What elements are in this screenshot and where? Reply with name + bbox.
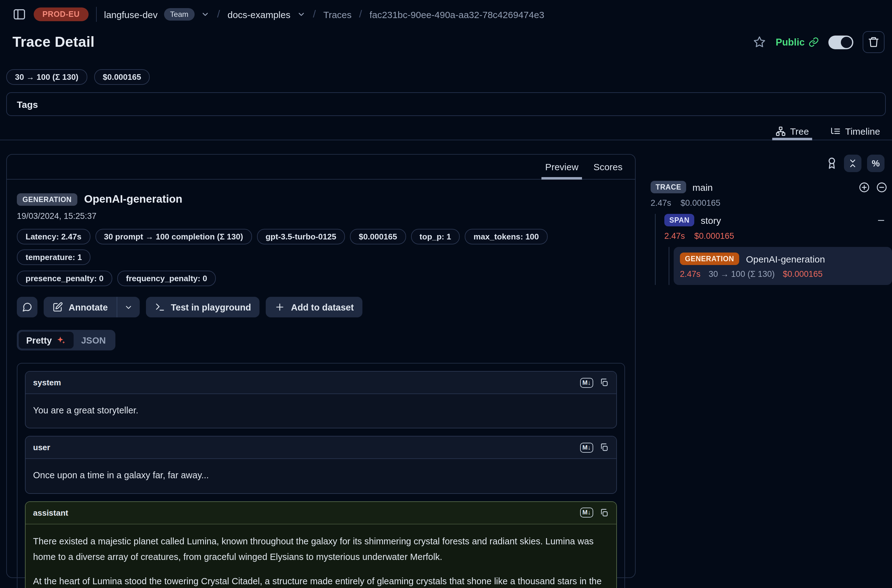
copy-icon[interactable] bbox=[599, 443, 609, 452]
minus-circle-icon[interactable] bbox=[876, 181, 887, 193]
assistant-paragraph: There existed a majestic planet called L… bbox=[33, 534, 609, 565]
presence-penalty-badge: presence_penalty: 0 bbox=[17, 271, 112, 286]
copy-icon[interactable] bbox=[599, 378, 609, 387]
observation-timestamp: 19/03/2024, 15:25:37 bbox=[17, 212, 625, 221]
breadcrumb-divider: / bbox=[312, 8, 317, 21]
message-role: system bbox=[33, 378, 61, 387]
view-tabs: Tree Timeline bbox=[0, 122, 892, 140]
message-tools: M↓ bbox=[580, 378, 609, 387]
chevron-down-icon bbox=[124, 303, 133, 312]
message-header: user M↓ bbox=[26, 437, 616, 459]
max-tokens-badge: max_tokens: 100 bbox=[465, 229, 548, 244]
page: PROD-EU langfuse-dev Team / docs-example… bbox=[0, 6, 892, 588]
tab-tree-label: Tree bbox=[790, 126, 809, 136]
generation-metrics: 2.47s 30 → 100 (Σ 130) $0.000165 bbox=[680, 269, 886, 279]
messages-container: system M↓ You are a great storyteller. bbox=[17, 363, 625, 588]
observation-header: GENERATION OpenAI-generation bbox=[17, 193, 625, 206]
sidebar-toggle-button[interactable] bbox=[12, 8, 26, 21]
star-icon bbox=[753, 36, 766, 49]
breadcrumb-divider: / bbox=[358, 8, 363, 21]
topbar: PROD-EU langfuse-dev Team / docs-example… bbox=[12, 6, 884, 22]
cost-badge: $0.000165 bbox=[350, 229, 406, 244]
pen-square-icon bbox=[53, 302, 63, 312]
breadcrumb-traces[interactable]: Traces bbox=[323, 9, 352, 20]
collapse-all-button[interactable] bbox=[844, 154, 862, 172]
trace-latency: 2.47s bbox=[650, 198, 671, 208]
copy-icon[interactable] bbox=[599, 508, 609, 518]
tags-box[interactable]: Tags bbox=[6, 92, 886, 116]
annotate-dropdown-button[interactable] bbox=[117, 297, 140, 317]
comment-button[interactable] bbox=[17, 297, 38, 317]
span-metrics: 2.47s $0.000165 bbox=[664, 231, 892, 241]
title-row: Trace Detail Public bbox=[12, 31, 884, 53]
trace-type-badge: TRACE bbox=[650, 181, 686, 193]
tab-scores[interactable]: Scores bbox=[587, 154, 629, 179]
generation-cost: $0.000165 bbox=[783, 269, 823, 279]
metrics-percent-button[interactable]: % bbox=[867, 154, 884, 172]
add-to-dataset-label: Add to dataset bbox=[291, 302, 354, 312]
tree-toolbar: % bbox=[650, 154, 892, 172]
markdown-toggle-icon[interactable]: M↓ bbox=[580, 443, 593, 453]
trace-cost: $0.000165 bbox=[680, 198, 721, 208]
tree-node-span[interactable]: SPAN story bbox=[664, 214, 892, 226]
observation-panel: Preview Scores GENERATION OpenAI-generat… bbox=[6, 154, 636, 578]
message-system: system M↓ You are a great storyteller. bbox=[25, 371, 617, 429]
generation-latency: 2.47s bbox=[680, 269, 700, 279]
annotate-button[interactable]: Annotate bbox=[44, 297, 117, 317]
public-toggle[interactable] bbox=[828, 35, 853, 49]
tab-preview[interactable]: Preview bbox=[539, 154, 585, 179]
message-tools: M↓ bbox=[580, 443, 609, 453]
add-to-dataset-button[interactable]: Add to dataset bbox=[266, 297, 362, 317]
markdown-toggle-icon[interactable]: M↓ bbox=[580, 508, 593, 518]
message-user: user M↓ Once upon a time in a galaxy far… bbox=[25, 436, 617, 494]
collapse-node-icon[interactable] bbox=[876, 215, 887, 225]
scores-award-button[interactable] bbox=[825, 156, 838, 170]
message-role: user bbox=[33, 443, 50, 452]
observation-name: OpenAI-generation bbox=[84, 193, 182, 206]
tree-zoom-controls bbox=[858, 181, 887, 193]
playground-label: Test in playground bbox=[171, 302, 251, 312]
generation-node-header: GENERATION OpenAI-generation bbox=[680, 252, 886, 265]
breadcrumb-project[interactable]: docs-examples bbox=[227, 9, 290, 20]
page-title: Trace Detail bbox=[12, 34, 753, 51]
observation-type-badge: GENERATION bbox=[17, 193, 77, 206]
span-children: GENERATION OpenAI-generation 2.47s 30 → … bbox=[669, 247, 892, 285]
span-type-badge: SPAN bbox=[664, 214, 695, 226]
tree-node-trace[interactable]: TRACE main bbox=[650, 181, 892, 193]
model-badge[interactable]: gpt-3.5-turbo-0125 bbox=[257, 229, 345, 244]
observation-params-row2: presence_penalty: 0 frequency_penalty: 0 bbox=[17, 271, 625, 286]
span-name: story bbox=[701, 215, 721, 225]
chevron-down-icon[interactable] bbox=[201, 10, 210, 19]
message-header: system M↓ bbox=[26, 372, 616, 394]
chevron-down-icon[interactable] bbox=[297, 10, 305, 19]
main-content: Preview Scores GENERATION OpenAI-generat… bbox=[0, 154, 892, 578]
playground-button[interactable]: Test in playground bbox=[146, 297, 260, 317]
panel-body: GENERATION OpenAI-generation 19/03/2024,… bbox=[7, 180, 635, 588]
message-role: assistant bbox=[33, 508, 68, 518]
tab-timeline[interactable]: Timeline bbox=[827, 122, 883, 140]
breadcrumb-org[interactable]: langfuse-dev bbox=[104, 9, 158, 20]
public-link[interactable]: Public bbox=[776, 36, 819, 48]
action-buttons: Annotate Test in playgroun bbox=[17, 297, 625, 317]
bookmark-star-button[interactable] bbox=[753, 36, 766, 49]
span-cost: $0.000165 bbox=[694, 231, 734, 241]
message-text: Once upon a time in a galaxy far, far aw… bbox=[26, 459, 616, 493]
toggle-knob bbox=[841, 36, 852, 48]
format-pretty-segment[interactable]: Pretty bbox=[19, 332, 74, 348]
org-type-badge: Team bbox=[164, 8, 195, 21]
tab-tree[interactable]: Tree bbox=[772, 122, 812, 140]
trace-children: SPAN story 2.47s $0.000165 GENERATION bbox=[655, 214, 892, 285]
markdown-toggle-icon[interactable]: M↓ bbox=[580, 378, 593, 387]
trace-name: main bbox=[692, 182, 713, 192]
tree-icon bbox=[775, 126, 785, 136]
frequency-penalty-badge: frequency_penalty: 0 bbox=[117, 271, 216, 286]
tree-node-generation-selected[interactable]: GENERATION OpenAI-generation 2.47s 30 → … bbox=[674, 247, 892, 285]
tags-label: Tags bbox=[17, 99, 38, 110]
breadcrumb-trace-id: fac231bc-90ee-490a-aa32-78c4269474e3 bbox=[369, 9, 544, 20]
plus-circle-icon[interactable] bbox=[858, 181, 870, 193]
format-json-segment[interactable]: JSON bbox=[74, 332, 113, 348]
delete-trace-button[interactable] bbox=[863, 31, 884, 53]
panel-tabs: Preview Scores bbox=[7, 154, 635, 180]
token-usage-badge: 30 prompt → 100 completion (Σ 130) bbox=[95, 229, 252, 244]
format-toggle: Pretty JSON bbox=[17, 330, 115, 350]
